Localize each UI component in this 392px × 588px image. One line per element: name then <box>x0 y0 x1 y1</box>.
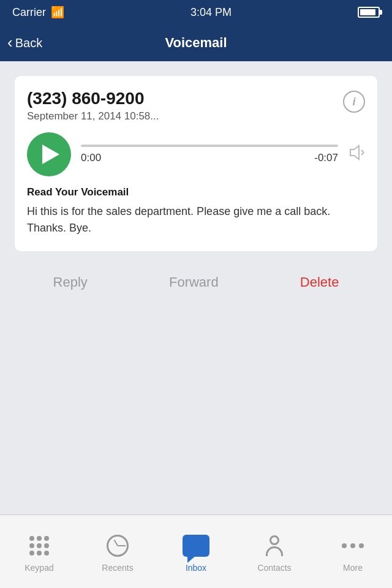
recents-icon <box>107 531 129 560</box>
contacts-icon <box>266 531 283 560</box>
time-display: 0:00 -0:07 <box>81 152 338 164</box>
volume-icon[interactable] <box>348 144 365 165</box>
audio-player: 0:00 -0:07 <box>27 132 365 176</box>
svg-line-1 <box>361 150 364 153</box>
keypad-label: Keypad <box>24 563 53 573</box>
caller-date: September 11, 2014 10:58... <box>27 110 159 123</box>
time-display: 3:04 PM <box>190 6 232 19</box>
wifi-icon: 📶 <box>51 6 64 19</box>
keypad-icon <box>29 531 49 560</box>
tab-bar: Keypad Recents Inbox Contacts <box>0 514 392 588</box>
more-icon <box>342 531 364 560</box>
main-content: (323) 860-9200 September 11, 2014 10:58.… <box>0 61 392 251</box>
back-label: Back <box>15 36 42 50</box>
svg-line-2 <box>361 153 364 155</box>
transcript-text: Hi this is for the sales department. Ple… <box>27 203 365 236</box>
inbox-label: Inbox <box>186 563 206 573</box>
nav-title: Voicemail <box>165 35 227 51</box>
status-bar: Carrier 📶 3:04 PM <box>0 0 392 24</box>
voicemail-card: (323) 860-9200 September 11, 2014 10:58.… <box>15 76 377 251</box>
svg-marker-0 <box>350 146 359 159</box>
progress-bar[interactable] <box>81 145 338 147</box>
play-button[interactable] <box>27 132 71 176</box>
remaining-time: -0:07 <box>314 152 338 164</box>
tab-more[interactable]: More <box>322 531 383 573</box>
tab-keypad[interactable]: Keypad <box>9 531 70 573</box>
contacts-label: Contacts <box>257 563 291 573</box>
player-controls: 0:00 -0:07 <box>81 145 338 164</box>
recents-label: Recents <box>102 563 133 573</box>
tab-recents[interactable]: Recents <box>87 531 148 573</box>
nav-bar: ‹ Back Voicemail <box>0 24 392 61</box>
carrier-label: Carrier <box>12 6 46 19</box>
info-button[interactable]: i <box>343 91 365 113</box>
caller-info: (323) 860-9200 September 11, 2014 10:58.… <box>27 88 365 123</box>
forward-button[interactable]: Forward <box>154 270 233 295</box>
caller-number: (323) 860-9200 <box>27 88 159 109</box>
battery-icon <box>358 7 380 18</box>
reply-button[interactable]: Reply <box>39 270 102 295</box>
inbox-icon <box>183 531 209 560</box>
play-triangle-icon <box>42 145 59 164</box>
more-label: More <box>343 563 363 573</box>
back-button[interactable]: ‹ Back <box>7 36 42 50</box>
chevron-left-icon: ‹ <box>7 34 13 50</box>
current-time: 0:00 <box>81 152 101 164</box>
delete-button[interactable]: Delete <box>285 270 354 295</box>
tab-inbox[interactable]: Inbox <box>165 531 227 573</box>
transcript-label: Read Your Voicemail <box>27 186 365 198</box>
tab-contacts[interactable]: Contacts <box>244 531 305 573</box>
action-bar: Reply Forward Delete <box>0 251 392 314</box>
